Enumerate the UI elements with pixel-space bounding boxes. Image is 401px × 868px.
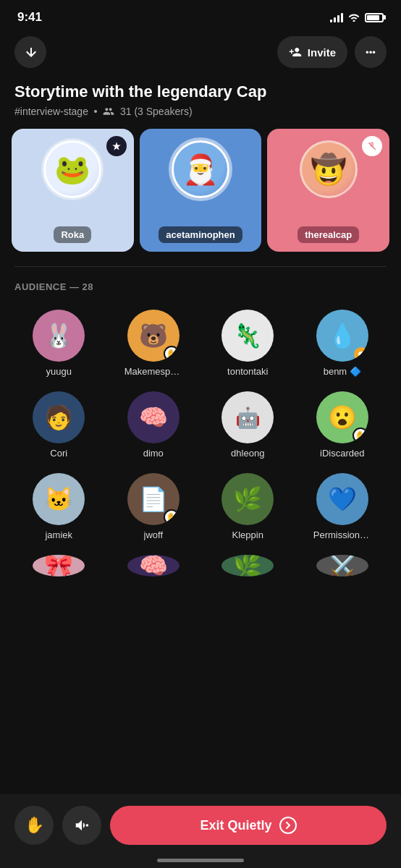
status-bar: 9:41 — [0, 0, 401, 32]
audience-name: dhleong — [231, 448, 264, 459]
speaker-avatar-therealcap: 🤠 — [300, 140, 358, 198]
audience-avatar: 🐱 — [33, 473, 85, 525]
audience-avatar: 😮 ✋ — [316, 391, 368, 443]
raise-hand-button[interactable]: ✋ — [14, 806, 54, 845]
meta-dot — [94, 110, 97, 113]
bottom-bar: ✋ Exit Quietly — [0, 794, 401, 868]
audience-avatar: ⚔️ — [316, 555, 368, 576]
mute-icon — [362, 136, 382, 156]
home-indicator — [157, 859, 244, 862]
audience-name: jamiek — [45, 529, 72, 540]
room-header: Storytime with the legendary Cap #interv… — [0, 77, 401, 129]
people-icon — [103, 106, 114, 117]
svg-line-0 — [368, 142, 375, 149]
raise-hand-badge: ✋ — [164, 509, 180, 525]
invite-button[interactable]: Invite — [277, 36, 347, 68]
audience-avatar: 💙 — [316, 473, 368, 525]
svg-point-4 — [280, 817, 296, 833]
status-time: 9:41 — [17, 10, 42, 25]
list-item[interactable]: 🧠 dimo — [106, 386, 201, 467]
list-item[interactable]: 🦎 tontontaki — [200, 304, 295, 386]
list-item[interactable]: 🐱 jamiek — [12, 467, 106, 549]
audience-name: iDiscarded — [320, 448, 364, 459]
speaker-badge-icon — [106, 136, 127, 156]
audience-name: tontontaki — [227, 366, 268, 377]
audience-grid: 🐰 yuugu 🐻 ✋ Makemespe... 🦎 tontontaki 💧 … — [0, 304, 401, 585]
list-item[interactable]: 🐻 ✋ Makemespe... — [106, 304, 201, 386]
list-item[interactable]: 🧠 — [106, 549, 201, 585]
more-icon: ••• — [366, 47, 376, 58]
battery-icon — [365, 13, 384, 22]
audience-name: jwoff — [144, 529, 164, 540]
audience-avatar: 📄 ✋ — [127, 473, 180, 525]
audience-avatar: 🧑 — [33, 391, 85, 443]
audience-avatar: 🦎 — [221, 310, 274, 362]
speaker-avatar-roka: 🐸 — [43, 140, 101, 198]
speaker-name-therealcap: therealcap — [297, 226, 359, 243]
wifi-icon — [347, 12, 360, 24]
speakers-grid: 🐸 Roka 🎅 acetaminophen 🤠 therealcap — [0, 129, 401, 266]
audience-name: yuugu — [46, 366, 72, 377]
top-nav: Invite ••• — [0, 32, 401, 77]
audience-avatar: 🤖 — [221, 391, 274, 443]
list-item[interactable]: ⚔️ — [295, 549, 390, 585]
list-item[interactable]: 🌿 — [200, 549, 295, 585]
more-button[interactable]: ••• — [355, 36, 387, 68]
speaker-card-roka[interactable]: 🐸 Roka — [12, 129, 134, 252]
room-listeners: 31 (3 Speakers) — [120, 106, 193, 117]
list-item[interactable]: 🧑 Cori — [12, 386, 106, 467]
audience-name: Kleppin — [232, 529, 263, 540]
audience-name: Permission M... — [313, 529, 371, 540]
audience-avatar: 🧠 — [127, 391, 180, 443]
list-item[interactable]: 💧 ◆ benm 🔷 — [295, 304, 390, 386]
audience-avatar: 🌿 — [221, 473, 274, 525]
status-icons — [330, 12, 384, 24]
divider — [14, 266, 387, 267]
clubhouse-badge: ◆ — [354, 347, 368, 362]
speaker-card-therealcap[interactable]: 🤠 therealcap — [267, 129, 389, 252]
back-button[interactable] — [14, 36, 46, 68]
speaker-name-acetaminophen: acetaminophen — [159, 226, 242, 243]
audience-name: dimo — [143, 448, 164, 459]
nav-right: Invite ••• — [277, 36, 387, 68]
signal-icon — [330, 12, 343, 22]
list-item[interactable]: 💙 Permission M... — [295, 467, 390, 549]
room-meta: #interview-stage 31 (3 Speakers) — [14, 106, 387, 117]
audience-name: Makemespe... — [124, 366, 182, 377]
svg-text:◆: ◆ — [359, 352, 363, 357]
raise-hand-badge: ✋ — [164, 346, 180, 362]
list-item[interactable]: 🌿 Kleppin — [200, 467, 295, 549]
hand-icon: ✋ — [25, 816, 44, 835]
audience-avatar: 🐰 — [33, 310, 85, 362]
speaker-name-roka: Roka — [54, 226, 91, 243]
room-title: Storytime with the legendary Cap — [14, 82, 387, 101]
speaker-avatar-acetaminophen: 🎅 — [172, 140, 229, 198]
svg-point-3 — [86, 824, 89, 827]
room-channel: #interview-stage — [14, 106, 88, 117]
audience-avatar: 🧠 — [127, 555, 180, 576]
list-item[interactable]: 🤖 dhleong — [200, 386, 295, 467]
invite-label: Invite — [308, 46, 336, 59]
speaker-card-acetaminophen[interactable]: 🎅 acetaminophen — [140, 129, 262, 252]
exit-quietly-button[interactable]: Exit Quietly — [110, 806, 387, 845]
audience-avatar: 🌿 — [221, 555, 274, 576]
audience-name: Cori — [50, 448, 67, 459]
list-item[interactable]: 📄 ✋ jwoff — [106, 467, 201, 549]
audience-avatar: 🐻 ✋ — [127, 310, 180, 362]
list-item[interactable]: 😮 ✋ iDiscarded — [295, 386, 390, 467]
audience-avatar: 🎀 — [33, 555, 85, 576]
exit-label: Exit Quietly — [200, 818, 271, 833]
audio-button[interactable] — [62, 806, 101, 845]
list-item[interactable]: 🐰 yuugu — [12, 304, 106, 386]
audience-header: AUDIENCE — 28 — [0, 281, 401, 304]
audience-name: benm 🔷 — [324, 366, 361, 377]
list-item[interactable]: 🎀 — [12, 549, 106, 585]
raise-hand-badge: ✋ — [353, 427, 368, 443]
audience-avatar: 💧 ◆ — [316, 310, 368, 362]
speaker-icon — [74, 817, 90, 833]
exit-arrow-icon — [279, 817, 297, 834]
